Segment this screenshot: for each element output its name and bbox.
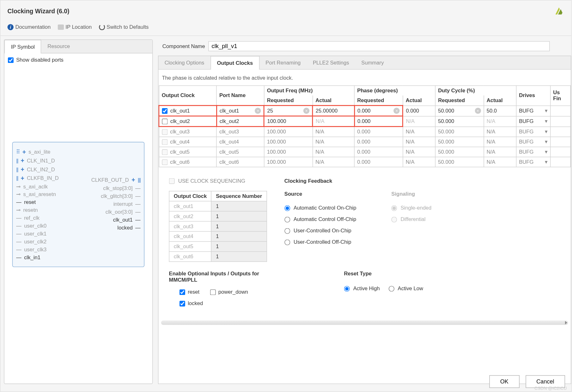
seq-value[interactable]: 1	[211, 231, 267, 242]
phase-req-cell[interactable]: 0.000	[354, 126, 403, 137]
use-clock-sequencing-checkbox[interactable]	[169, 178, 175, 184]
drives-cell[interactable]: BUFG▾	[516, 126, 550, 137]
ip-location-link[interactable]: IP Location	[58, 24, 92, 30]
port-interrupt: interrupt—	[113, 200, 141, 208]
duty-act-cell: N/A	[484, 147, 516, 157]
use-fine-cell[interactable]	[550, 147, 570, 157]
reset-active-high[interactable]: Active High	[344, 283, 380, 294]
chevron-down-icon[interactable]: ▾	[545, 118, 547, 124]
seq-value[interactable]: 1	[211, 252, 267, 262]
phase-req-cell[interactable]: 0.000	[354, 157, 403, 167]
component-name-input[interactable]	[209, 41, 550, 51]
duty-req-cell[interactable]: 50.000	[435, 116, 484, 126]
tab-output-clocks[interactable]: Output Clocks	[210, 56, 259, 70]
duty-req-cell[interactable]: 50.000×	[435, 106, 484, 116]
enable-clk_out5[interactable]: clk_out5	[162, 149, 214, 155]
drives-cell[interactable]: BUFG▾	[516, 137, 550, 147]
show-disabled-input[interactable]	[8, 57, 14, 63]
enable-clk_out1[interactable]: clk_out1	[162, 108, 213, 114]
optional-io-title: Enable Optional Inputs / Outputs for MMC…	[169, 271, 262, 286]
port-name-cell[interactable]: clk_out6	[216, 157, 264, 167]
port-name-cell[interactable]: clk_out5	[216, 147, 264, 157]
source-option-1[interactable]: Automatic Control Off-Chip	[284, 214, 356, 225]
enable-clk_out2[interactable]: clk_out2	[162, 118, 213, 124]
source-option-2[interactable]: User-Controlled On-Chip	[284, 225, 356, 236]
duty-req-cell[interactable]: 50.000	[435, 157, 484, 167]
port-name-cell[interactable]: clk_out1×	[216, 106, 264, 116]
duty-req-cell[interactable]: 50.000	[435, 147, 484, 157]
th-freq: Output Freq (MHz)	[264, 86, 355, 95]
enable-clk_out6[interactable]: clk_out6	[162, 159, 214, 165]
duty-act-cell: 50.0	[484, 106, 516, 116]
toolbar-defaults-label: Switch to Defaults	[106, 24, 149, 30]
freq-req-cell[interactable]: 100.000	[264, 126, 313, 137]
port-name-cell[interactable]: clk_out3	[216, 126, 264, 137]
seq-value[interactable]: 1	[211, 221, 267, 231]
use-fine-cell[interactable]	[550, 116, 570, 126]
ok-button[interactable]: OK	[489, 375, 519, 388]
chevron-down-icon[interactable]: ▾	[545, 159, 547, 165]
seq-name: clk_out3	[169, 221, 211, 231]
seq-row-clk_out2: clk_out21	[169, 211, 266, 221]
tab-ip-symbol[interactable]: IP Symbol	[4, 40, 41, 53]
port-clk-glitch: clk_glitch[3:0]—	[101, 192, 141, 200]
seq-value[interactable]: 1	[211, 242, 267, 252]
enable-clk_out3[interactable]: clk_out3	[162, 129, 214, 135]
clear-icon[interactable]: ×	[255, 108, 261, 114]
port-ref-clk: —ref_clk	[16, 214, 59, 222]
port-name-cell[interactable]: clk_out4	[216, 137, 264, 147]
drives-cell[interactable]: BUFG▾	[516, 157, 550, 167]
source-option-3[interactable]: User-Controlled Off-Chip	[284, 236, 356, 248]
reset-type-block: Reset Type Active High Active Low	[333, 262, 434, 318]
tab-port-renaming[interactable]: Port Renaming	[259, 56, 307, 69]
reset-active-low[interactable]: Active Low	[388, 283, 423, 294]
tab-plle2-settings[interactable]: PLLE2 Settings	[307, 56, 355, 69]
port-name-cell[interactable]: clk_out2	[216, 116, 264, 126]
freq-req-cell[interactable]: 100.000	[264, 157, 313, 167]
clear-icon[interactable]: ×	[303, 108, 309, 114]
phase-req-cell[interactable]: 0.000	[354, 147, 403, 157]
tab-clocking-options[interactable]: Clocking Options	[158, 56, 210, 69]
chevron-down-icon[interactable]: ▾	[545, 129, 547, 135]
use-fine-cell[interactable]	[550, 126, 570, 137]
clear-icon[interactable]: ×	[394, 108, 400, 114]
seq-name: clk_out5	[169, 242, 211, 252]
drives-cell[interactable]: BUFG▾	[516, 147, 550, 157]
horizontal-scrollbar[interactable]	[161, 321, 568, 325]
clear-icon[interactable]: ×	[475, 108, 481, 114]
duty-act-cell: N/A	[484, 116, 516, 126]
phase-req-cell[interactable]: 0.000	[354, 116, 403, 126]
reset-checkbox[interactable]: reset	[180, 289, 199, 295]
freq-req-cell[interactable]: 100.000	[264, 137, 313, 147]
port-resetn: ⊸resetn	[16, 206, 59, 214]
seq-value[interactable]: 1	[211, 201, 267, 211]
chevron-down-icon[interactable]: ▾	[545, 149, 547, 155]
phase-req-cell[interactable]: 0.000×	[354, 106, 403, 116]
use-fine-cell[interactable]	[550, 106, 570, 116]
switch-defaults-link[interactable]: Switch to Defaults	[99, 24, 149, 30]
show-disabled-checkbox[interactable]: Show disabled ports	[8, 57, 149, 63]
duty-req-cell[interactable]: 50.000	[435, 137, 484, 147]
port-locked: locked—	[118, 224, 141, 232]
power-down-checkbox[interactable]: power_down	[210, 289, 248, 295]
enable-clk_out4[interactable]: clk_out4	[162, 139, 214, 145]
use-fine-cell[interactable]	[550, 137, 570, 147]
documentation-link[interactable]: i Documentation	[8, 24, 51, 30]
duty-req-cell[interactable]: 50.000	[435, 126, 484, 137]
phase-req-cell[interactable]: 0.000	[354, 137, 403, 147]
drives-cell[interactable]: BUFG▾	[516, 106, 550, 116]
tab-summary[interactable]: Summary	[355, 56, 390, 69]
use-fine-cell[interactable]	[550, 157, 570, 167]
freq-req-cell[interactable]: 25×	[264, 106, 313, 116]
tab-resource[interactable]: Resource	[41, 40, 76, 53]
drives-cell[interactable]: BUFG▾	[516, 116, 550, 126]
source-option-0[interactable]: Automatic Control On-Chip	[284, 202, 356, 214]
locked-checkbox[interactable]: locked	[180, 300, 203, 306]
seq-value[interactable]: 1	[211, 211, 267, 221]
duty-act-cell: N/A	[484, 157, 516, 167]
chevron-down-icon[interactable]: ▾	[545, 139, 547, 145]
seq-name: clk_out6	[169, 252, 211, 262]
freq-req-cell[interactable]: 100.000	[264, 116, 313, 126]
chevron-down-icon[interactable]: ▾	[545, 108, 547, 114]
freq-req-cell[interactable]: 100.000	[264, 147, 313, 157]
